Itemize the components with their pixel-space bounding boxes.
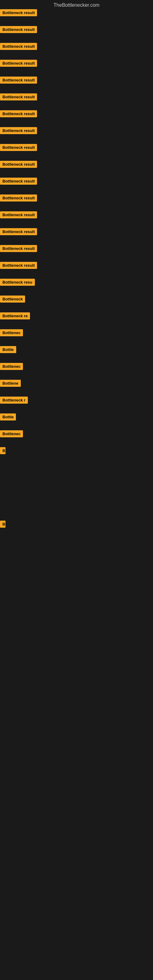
bottleneck-item: Bottleneck result [0, 194, 37, 202]
bottleneck-item: Bottlenec [0, 430, 23, 438]
bottleneck-item: Bottlenec [0, 363, 23, 370]
bottleneck-item: Bottleneck result [0, 110, 37, 117]
bottleneck-item: Bottlenec [0, 329, 23, 336]
bottleneck-item: Bottleneck resu [0, 279, 35, 286]
bottleneck-item: Bottle [0, 414, 16, 420]
bottleneck-item: Bottleneck result [0, 127, 37, 134]
bottleneck-item: Bottlene [0, 380, 21, 387]
bottleneck-item: Bottleneck result [0, 26, 37, 33]
bottleneck-item: Bottleneck result [0, 144, 37, 151]
bottleneck-item: Bottleneck re [0, 312, 30, 320]
site-title: TheBottlenecker.com [0, 0, 153, 10]
bottleneck-item: Bottleneck result [0, 228, 37, 235]
bottleneck-item: Bottleneck result [0, 211, 37, 218]
bottleneck-item: Bottleneck r [0, 396, 28, 404]
bottleneck-item: Bottleneck result [0, 262, 37, 269]
bottleneck-item: Bottleneck [0, 296, 25, 302]
bottleneck-item: Bottleneck result [0, 245, 37, 252]
bottleneck-item: Bottleneck result [0, 178, 37, 185]
bottleneck-item: Bottleneck result [0, 9, 37, 16]
bottleneck-item: Bottleneck result [0, 76, 37, 84]
bottleneck-item: B [0, 447, 5, 454]
bottleneck-item: Bottleneck result [0, 161, 37, 168]
bottleneck-item: Bottle [0, 346, 16, 353]
bottleneck-item: Bottleneck result [0, 43, 37, 50]
bottleneck-item: Bottleneck result [0, 94, 37, 100]
bottleneck-item: B [0, 520, 5, 528]
bottleneck-item: Bottleneck result [0, 60, 37, 67]
